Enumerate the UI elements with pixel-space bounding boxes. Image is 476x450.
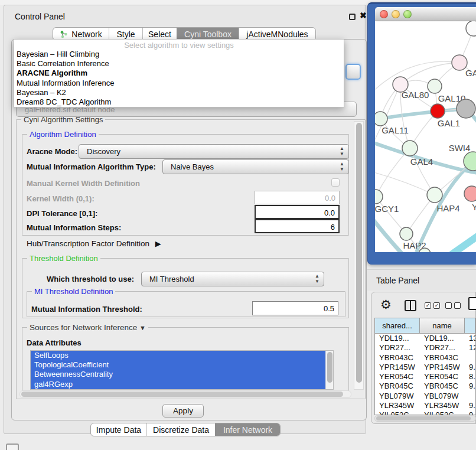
network-node-hap2[interactable]: [400, 227, 413, 240]
kernel-width-field[interactable]: 0.0: [255, 191, 340, 204]
collapse-down-icon[interactable]: ▼: [139, 324, 146, 331]
tab-network[interactable]: Network: [53, 28, 109, 40]
table-cell[interactable]: YBL079W: [420, 392, 465, 401]
algorithm-option[interactable]: ARACNE Algorithm: [14, 69, 344, 78]
mi-steps-field[interactable]: 6: [255, 219, 340, 233]
table-cell[interactable]: YBR043C: [420, 353, 465, 363]
expand-right-icon[interactable]: ▶: [155, 239, 161, 248]
tab-cyni-toolbox[interactable]: Cyni Toolbox: [177, 28, 239, 40]
table-cell[interactable]: 13: [465, 334, 475, 343]
table-row[interactable]: YER054CYER054C8.: [375, 372, 475, 381]
network-node-hap4[interactable]: [427, 187, 442, 203]
mi-threshold-field[interactable]: 0.5: [252, 301, 338, 315]
attribute-item[interactable]: SelfLoops: [31, 351, 325, 360]
tab-style[interactable]: Style: [109, 28, 142, 40]
inference-algorithm-combobox-fragment[interactable]: [345, 64, 361, 80]
table-cell[interactable]: YDR27...: [375, 343, 420, 353]
table-cell[interactable]: [465, 392, 475, 401]
close-window-icon[interactable]: ✖: [360, 11, 367, 20]
tab-discretize-data[interactable]: Discretize Data: [146, 423, 215, 436]
network-node-y[interactable]: [464, 186, 476, 201]
export-table-icon[interactable]: [468, 297, 476, 310]
table-row[interactable]: YBR043CYBR043C: [375, 353, 475, 363]
column-layout-icon[interactable]: [405, 300, 416, 311]
close-traffic-light-icon[interactable]: [380, 10, 388, 18]
network-node[interactable]: [457, 99, 475, 118]
column-header-shared-name[interactable]: shared...: [375, 318, 420, 333]
table-cell[interactable]: YER054C: [375, 372, 420, 381]
table-cell[interactable]: YBR045C: [375, 381, 420, 391]
aracne-mode-combobox[interactable]: Discovery ▲▼: [79, 144, 349, 159]
minimized-panel-icon[interactable]: [6, 444, 19, 450]
table-cell[interactable]: 9.: [465, 381, 475, 391]
table-row[interactable]: YBL079WYBL079W: [375, 392, 475, 401]
algorithm-dropdown-popup: Select algorithm to view settings Bayesi…: [14, 39, 344, 107]
table-row[interactable]: YLR345WYLR345W9.: [375, 401, 475, 410]
table-cell[interactable]: YIL052C: [420, 410, 465, 415]
table-row[interactable]: YPR145WYPR145W9.: [375, 363, 475, 372]
tab-infer-network[interactable]: Infer Network: [215, 423, 280, 436]
hub-section-label[interactable]: Hub/Transcription Factor Definition ▶: [27, 239, 161, 248]
table-cell[interactable]: YDR27...: [420, 343, 465, 353]
table-cell[interactable]: YLR345W: [375, 401, 420, 410]
network-node-gcy1[interactable]: [375, 190, 383, 204]
network-node-gal10[interactable]: [428, 79, 442, 93]
algorithm-option[interactable]: Basic Correlation Inference: [14, 59, 344, 69]
attribute-item[interactable]: BetweennessCentrality: [31, 370, 325, 379]
network-node-gal11[interactable]: [375, 112, 387, 126]
which-threshold-combobox[interactable]: MI Threshold ▲▼: [141, 272, 324, 286]
table-cell[interactable]: YLR345W: [420, 401, 465, 410]
table-cell[interactable]: 9: [465, 410, 475, 415]
settings-vertical-scrollbar[interactable]: [354, 121, 364, 390]
minimize-traffic-light-icon[interactable]: [392, 10, 400, 18]
network-node-gal4[interactable]: [402, 141, 418, 156]
column-header-name[interactable]: name: [420, 318, 465, 333]
gear-icon[interactable]: ⚙: [380, 298, 392, 312]
network-view-window[interactable]: GALGAL80GAL10GAL1GAL11GAL4SWI4GCY1HAP4YH…: [367, 2, 476, 265]
table-cell[interactable]: YPR145W: [375, 363, 420, 372]
table-cell[interactable]: YBR043C: [375, 353, 420, 363]
mi-type-combobox[interactable]: Naive Bayes ▲▼: [162, 159, 349, 174]
table-row[interactable]: YIL052CYIL052C9: [375, 410, 475, 415]
table-cell[interactable]: 9.: [465, 363, 475, 372]
float-window-icon[interactable]: [349, 14, 356, 20]
attribute-item[interactable]: TopologicalCoefficient: [31, 360, 325, 370]
algorithm-option[interactable]: Dream8 DC_TDC Algorithm: [14, 97, 344, 107]
deselect-all-columns-icon[interactable]: [445, 302, 461, 309]
table-row[interactable]: YBR045CYBR045C9.: [375, 381, 475, 391]
tab-select[interactable]: Select: [142, 28, 177, 40]
select-all-columns-icon[interactable]: ✓✓: [425, 302, 440, 309]
table-row[interactable]: YDR27...YDR27...12: [375, 343, 475, 353]
table-cell[interactable]: 12: [465, 343, 475, 353]
table-cell[interactable]: [465, 353, 475, 363]
table-cell[interactable]: YBL079W: [375, 392, 420, 401]
zoom-traffic-light-icon[interactable]: [403, 10, 412, 18]
column-header-partial[interactable]: [465, 318, 475, 333]
table-row[interactable]: YDL19...YDL19...13: [375, 334, 475, 343]
table-cell[interactable]: YBR045C: [420, 381, 465, 391]
tab-impute-data[interactable]: Impute Data: [91, 423, 146, 436]
network-node[interactable]: [466, 21, 476, 36]
table-cell[interactable]: 9.: [465, 401, 475, 410]
network-window-titlebar[interactable]: [375, 7, 476, 21]
manual-kernel-checkbox[interactable]: [331, 178, 340, 187]
attribute-item[interactable]: gal4RGexp: [31, 380, 325, 389]
apply-button[interactable]: Apply: [162, 404, 204, 418]
table-horizontal-scrollbar[interactable]: [374, 415, 476, 422]
algorithm-popup-header: Select algorithm to view settings: [14, 40, 344, 50]
table-cell[interactable]: YDL19...: [375, 334, 420, 343]
table-cell[interactable]: YPR145W: [420, 363, 465, 372]
table-cell[interactable]: YIL052C: [375, 410, 420, 415]
algorithm-option[interactable]: Bayesian – K2: [14, 88, 344, 97]
table-cell[interactable]: 8.: [465, 372, 475, 381]
attributes-vertical-scrollbar[interactable]: [325, 351, 333, 389]
settings-horizontal-scrollbar[interactable]: [19, 390, 351, 398]
algorithm-option[interactable]: Bayesian – Hill Climbing: [14, 50, 344, 59]
network-canvas[interactable]: GALGAL80GAL10GAL1GAL11GAL4SWI4GCY1HAP4YH…: [375, 21, 476, 252]
network-node-gal1[interactable]: [431, 104, 445, 118]
dpi-tolerance-field[interactable]: 0.0: [255, 205, 340, 219]
algorithm-option[interactable]: Mutual Information Inference: [14, 79, 344, 88]
table-cell[interactable]: YER054C: [420, 372, 465, 381]
tab-jactivemnodules[interactable]: jActiveMNodules: [239, 28, 315, 40]
table-cell[interactable]: YDL19...: [420, 334, 465, 343]
